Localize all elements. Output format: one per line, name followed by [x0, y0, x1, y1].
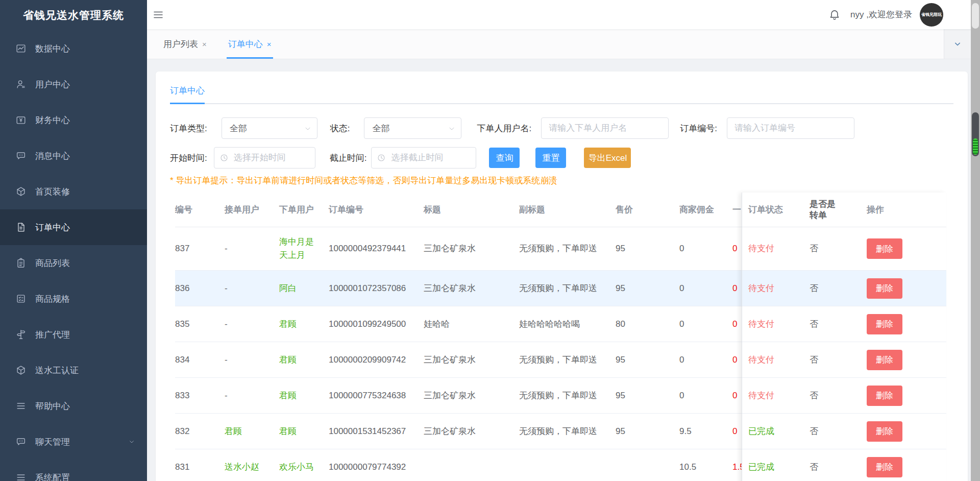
- page-scrollbar[interactable]: [971, 0, 980, 481]
- fixed-row: 待支付否删除: [742, 271, 946, 306]
- delete-button[interactable]: 删除: [867, 350, 902, 370]
- filter-row-1: 订单类型: 全部 状态: 全部 下单人用户名: 订单编号:: [170, 117, 953, 139]
- order-status: 待支付: [748, 390, 799, 401]
- fixed-row: 已完成否删除: [742, 449, 946, 481]
- cell-title: 三加仑矿泉水: [424, 242, 519, 255]
- cell-order_no: 1000001099249500: [329, 318, 424, 331]
- sidebar-menu: 数据中心用户中心财务中心消息中心首页装修订单中心商品列表商品规格推广代理送水工认…: [0, 31, 147, 481]
- cell-buyer: 阿白: [279, 282, 329, 295]
- cell-price: 95: [616, 353, 679, 367]
- cell-buyer: 君顾: [279, 318, 329, 331]
- order-no-input[interactable]: [727, 117, 854, 139]
- column-header-subtitle: 副标题: [519, 204, 616, 216]
- sidebar-item-label: 商品规格: [35, 293, 70, 305]
- box-icon: [15, 186, 27, 197]
- sidebar-item-water-worker-cert[interactable]: 送水工认证: [0, 352, 147, 388]
- cell-merchant_fee: 0: [679, 282, 732, 295]
- delete-button[interactable]: 删除: [867, 238, 902, 259]
- scrollbar-thumb[interactable]: [972, 112, 979, 156]
- column-header-action: 操作: [867, 204, 894, 215]
- sidebar-item-product-spec[interactable]: 商品规格: [0, 281, 147, 317]
- start-time-picker[interactable]: [214, 147, 315, 169]
- message-icon: [15, 150, 27, 161]
- end-time-input[interactable]: [371, 147, 476, 169]
- clock-icon: [377, 153, 386, 162]
- cell-buyer: 君顾: [279, 425, 329, 438]
- cell-order_no: 1000000209909742: [329, 353, 424, 367]
- sidebar-item-system-config[interactable]: 系统配置: [0, 460, 147, 481]
- tab-order-center[interactable]: 订单中心×: [228, 29, 272, 59]
- sidebar-item-message-center[interactable]: 消息中心: [0, 138, 147, 174]
- sidebar-item-order-center[interactable]: 订单中心: [0, 209, 147, 245]
- start-time-input[interactable]: [214, 147, 315, 169]
- cell-id: 836: [175, 282, 225, 295]
- delete-button[interactable]: 删除: [867, 314, 902, 334]
- order-type-select[interactable]: 全部: [222, 117, 317, 139]
- sidebar-item-product-list[interactable]: 商品列表: [0, 245, 147, 281]
- tab-order-center[interactable]: 订单中心: [170, 85, 205, 103]
- order-type-label: 订单类型:: [170, 123, 207, 134]
- end-time-picker[interactable]: [371, 147, 476, 169]
- sidebar-item-finance-center[interactable]: 财务中心: [0, 102, 147, 138]
- status-value: 全部: [372, 123, 389, 134]
- sidebar-item-label: 商品列表: [35, 257, 70, 269]
- column-header-merchant_fee: 商家佣金: [679, 204, 732, 216]
- search-button[interactable]: 查询: [489, 148, 520, 168]
- close-icon[interactable]: ×: [267, 40, 272, 49]
- column-header-title: 标题: [424, 204, 519, 216]
- delete-button[interactable]: 删除: [867, 386, 902, 406]
- tabs-collapse-button[interactable]: [944, 29, 971, 59]
- reset-button[interactable]: 重置: [535, 148, 566, 168]
- buyer-name-input[interactable]: [541, 117, 669, 139]
- hamburger-menu-icon[interactable]: [152, 9, 164, 21]
- sidebar-item-label: 推广代理: [35, 329, 70, 341]
- tabbar: 用户列表×订单中心×: [147, 29, 971, 59]
- transfer-flag: 否: [810, 354, 848, 366]
- status-select[interactable]: 全部: [364, 117, 461, 139]
- cell-buyer: 君顾: [279, 389, 329, 402]
- cell-price: 95: [616, 389, 679, 402]
- sidebar-item-label: 聊天管理: [35, 436, 70, 448]
- chevron-down-icon: [304, 125, 312, 133]
- export-excel-button[interactable]: 导出Excel: [584, 148, 631, 168]
- cell-buyer: 君顾: [279, 353, 329, 367]
- column-header-receiver: 接单用户: [225, 204, 279, 216]
- sidebar-item-promo-agent[interactable]: 推广代理: [0, 317, 147, 352]
- delete-button[interactable]: 删除: [867, 278, 902, 299]
- order-type-value: 全部: [230, 123, 247, 134]
- tab-label: 订单中心: [228, 38, 263, 50]
- delete-button[interactable]: 删除: [867, 421, 902, 442]
- delete-button[interactable]: 删除: [867, 457, 902, 477]
- chevron-down-icon: [128, 438, 136, 446]
- bell-icon[interactable]: [828, 8, 841, 21]
- cell-buyer: 欢乐小马: [279, 461, 329, 474]
- document-icon: [15, 222, 27, 233]
- sidebar-item-label: 帮助中心: [35, 400, 70, 412]
- end-time-label: 截止时间:: [330, 152, 367, 164]
- cell-receiver: -: [225, 318, 279, 331]
- close-icon[interactable]: ×: [202, 40, 207, 49]
- fixed-row: 待支付否删除: [742, 342, 946, 378]
- cell-receiver: -: [225, 353, 279, 367]
- avatar[interactable]: 省钱兄陪玩: [920, 3, 943, 27]
- scrollbar-top-thumb[interactable]: [972, 3, 979, 29]
- open-tabs: 用户列表×订单中心×: [163, 29, 293, 59]
- card-tabs: 订单中心: [170, 85, 953, 104]
- cell-merchant_fee: 0: [679, 353, 732, 367]
- column-header-transfer: 是否是转单: [810, 199, 848, 221]
- sidebar-item-chat-manage[interactable]: 聊天管理: [0, 424, 147, 460]
- cell-merchant_fee: 10.5: [679, 461, 732, 474]
- sidebar-item-home-decor[interactable]: 首页装修: [0, 174, 147, 209]
- column-header-order_no: 订单编号: [329, 204, 424, 216]
- topbar: nyy ,欢迎您登录 省钱兄陪玩: [147, 0, 980, 29]
- sidebar-item-data-center[interactable]: 数据中心: [0, 31, 147, 66]
- filter-row-2: 开始时间: 截止时间: 查询 重置 导出Excel: [170, 147, 953, 169]
- sidebar: 省钱兄送水管理系统 数据中心用户中心财务中心消息中心首页装修订单中心商品列表商品…: [0, 0, 147, 481]
- cell-receiver: -: [225, 282, 279, 295]
- sidebar-item-help-center[interactable]: 帮助中心: [0, 388, 147, 424]
- chart-icon: [15, 43, 27, 54]
- export-warning-text: * 导出订单提示：导出订单前请进行时间或者状态等筛选，否则导出订单量过多易出现卡…: [170, 175, 953, 186]
- tab-user-list[interactable]: 用户列表×: [163, 29, 207, 59]
- sidebar-item-user-center[interactable]: 用户中心: [0, 66, 147, 102]
- box-icon: [15, 365, 27, 376]
